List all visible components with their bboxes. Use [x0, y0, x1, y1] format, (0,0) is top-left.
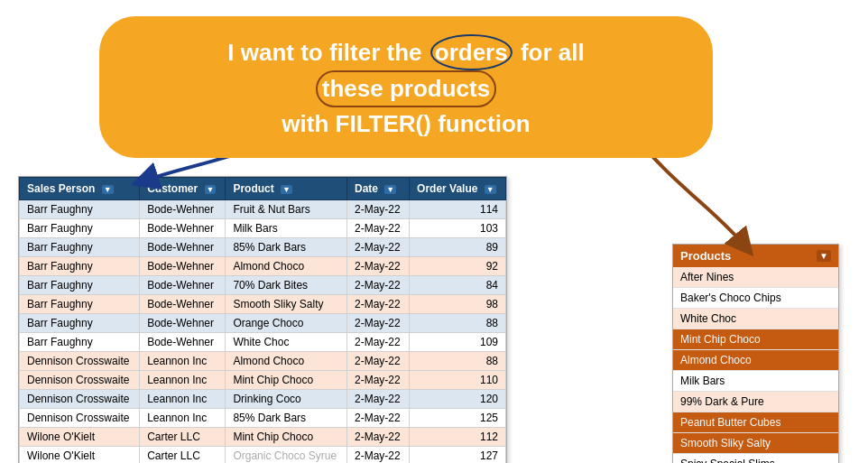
- table-cell: Barr Faughny: [20, 276, 140, 295]
- col-header-order-value: Order Value ▼: [410, 178, 506, 200]
- list-item[interactable]: Mint Chip Choco: [673, 329, 838, 350]
- table-cell: Barr Faughny: [20, 238, 140, 257]
- table-cell: Barr Faughny: [20, 219, 140, 238]
- list-item[interactable]: Peanut Butter Cubes: [673, 412, 838, 433]
- table-cell: Bode-Wehner: [140, 295, 226, 314]
- table-row: Dennison CrosswaiteLeannon IncDrinking C…: [20, 390, 506, 409]
- table-cell: 2-May-22: [346, 428, 409, 447]
- col-header-product: Product ▼: [226, 178, 347, 200]
- table-cell: 2-May-22: [346, 390, 409, 409]
- table-cell: 127: [410, 447, 506, 464]
- table-cell: Wilone O'Kielt: [20, 428, 140, 447]
- filter-product[interactable]: ▼: [281, 185, 292, 194]
- table-cell: Dennison Crosswaite: [20, 390, 140, 409]
- table-cell: Dennison Crosswaite: [20, 352, 140, 371]
- table-row: Barr FaughnyBode-WehnerOrange Choco2-May…: [20, 314, 506, 333]
- table-row: Wilone O'KieltCarter LLCOrganic Choco Sy…: [20, 447, 506, 464]
- table-cell: 103: [410, 219, 506, 238]
- products-list-header: Products ▼: [673, 245, 838, 267]
- bubble-line2: with FILTER() function: [282, 110, 530, 137]
- table-cell: 89: [410, 238, 506, 257]
- table-cell: 2-May-22: [346, 295, 409, 314]
- table-cell: Mint Chip Choco: [226, 371, 347, 390]
- table-cell: 88: [410, 314, 506, 333]
- table-header-row: Sales Person ▼ Customer ▼ Product ▼ Date…: [20, 178, 506, 200]
- table-row: Dennison CrosswaiteLeannon Inc85% Dark B…: [20, 409, 506, 428]
- table-cell: Carter LLC: [140, 447, 226, 464]
- table-cell: Almond Choco: [226, 257, 347, 276]
- table-cell: 84: [410, 276, 506, 295]
- products-header-label: Products: [680, 249, 731, 263]
- table-cell: Milk Bars: [226, 219, 347, 238]
- table-cell: Barr Faughny: [20, 295, 140, 314]
- col-header-date: Date ▼: [346, 178, 409, 200]
- list-item[interactable]: After Nines: [673, 267, 838, 288]
- table-row: Barr FaughnyBode-WehnerAlmond Choco2-May…: [20, 257, 506, 276]
- table-cell: 2-May-22: [346, 219, 409, 238]
- list-item[interactable]: Smooth Sliky Salty: [673, 433, 838, 454]
- table-cell: 85% Dark Bars: [226, 409, 347, 428]
- table-cell: 2-May-22: [346, 333, 409, 352]
- data-table-container: Sales Person ▼ Customer ▼ Product ▼ Date…: [18, 176, 507, 463]
- table-cell: 88: [410, 352, 506, 371]
- table-cell: 2-May-22: [346, 257, 409, 276]
- col-header-customer: Customer ▼: [140, 178, 226, 200]
- table-cell: 2-May-22: [346, 276, 409, 295]
- table-cell: 2-May-22: [346, 352, 409, 371]
- table-cell: 109: [410, 333, 506, 352]
- table-cell: 85% Dark Bars: [226, 238, 347, 257]
- filter-date[interactable]: ▼: [384, 185, 396, 194]
- table-cell: Smooth Sliky Salty: [226, 295, 347, 314]
- orders-highlight: orders: [430, 34, 512, 70]
- table-cell: Barr Faughny: [20, 257, 140, 276]
- list-item[interactable]: Milk Bars: [673, 371, 838, 392]
- products-list-body: After NinesBaker's Choco ChipsWhite Choc…: [673, 267, 838, 463]
- table-cell: Barr Faughny: [20, 333, 140, 352]
- table-cell: Bode-Wehner: [140, 219, 226, 238]
- table-cell: 98: [410, 295, 506, 314]
- table-cell: 112: [410, 428, 506, 447]
- table-cell: Leannon Inc: [140, 371, 226, 390]
- table-cell: Carter LLC: [140, 428, 226, 447]
- table-cell: 120: [410, 390, 506, 409]
- filter-sales-person[interactable]: ▼: [102, 185, 114, 194]
- filter-order-value[interactable]: ▼: [485, 185, 496, 194]
- list-item[interactable]: White Choc: [673, 309, 838, 329]
- table-row: Dennison CrosswaiteLeannon IncMint Chip …: [20, 371, 506, 390]
- table-cell: Dennison Crosswaite: [20, 409, 140, 428]
- table-cell: Barr Faughny: [20, 314, 140, 333]
- col-header-sales-person: Sales Person ▼: [20, 178, 140, 200]
- table-cell: Mint Chip Choco: [226, 428, 347, 447]
- table-cell: 2-May-22: [346, 314, 409, 333]
- list-item[interactable]: Spicy Special Slims: [673, 454, 838, 463]
- list-item[interactable]: 99% Dark & Pure: [673, 392, 838, 412]
- table-cell: Barr Faughny: [20, 200, 140, 219]
- table-row: Wilone O'KieltCarter LLCMint Chip Choco2…: [20, 428, 506, 447]
- table-row: Dennison CrosswaiteLeannon IncAlmond Cho…: [20, 352, 506, 371]
- table-cell: Wilone O'Kielt: [20, 447, 140, 464]
- table-cell: 114: [410, 200, 506, 219]
- table-cell: Almond Choco: [226, 352, 347, 371]
- table-row: Barr FaughnyBode-WehnerSmooth Sliky Salt…: [20, 295, 506, 314]
- list-item[interactable]: Baker's Choco Chips: [673, 288, 838, 309]
- table-cell: Orange Choco: [226, 314, 347, 333]
- table-cell: Bode-Wehner: [140, 200, 226, 219]
- list-item[interactable]: Almond Choco: [673, 350, 838, 371]
- table-cell: 125: [410, 409, 506, 428]
- table-cell: 2-May-22: [346, 238, 409, 257]
- data-table: Sales Person ▼ Customer ▼ Product ▼ Date…: [19, 177, 506, 463]
- table-cell: Leannon Inc: [140, 352, 226, 371]
- filter-customer[interactable]: ▼: [205, 185, 217, 194]
- table-body: Barr FaughnyBode-WehnerFruit & Nut Bars2…: [20, 200, 506, 464]
- products-dropdown-arrow[interactable]: ▼: [817, 250, 831, 262]
- table-cell: Organic Choco Syrue: [226, 447, 347, 464]
- table-cell: Dennison Crosswaite: [20, 371, 140, 390]
- table-cell: 70% Dark Bites: [226, 276, 347, 295]
- table-row: Barr FaughnyBode-WehnerFruit & Nut Bars2…: [20, 200, 506, 219]
- speech-bubble: I want to filter the orders for all thes…: [99, 16, 713, 158]
- table-cell: White Choc: [226, 333, 347, 352]
- table-row: Barr FaughnyBode-Wehner70% Dark Bites2-M…: [20, 276, 506, 295]
- products-highlight: these products: [316, 70, 496, 106]
- table-cell: 2-May-22: [346, 200, 409, 219]
- table-cell: 110: [410, 371, 506, 390]
